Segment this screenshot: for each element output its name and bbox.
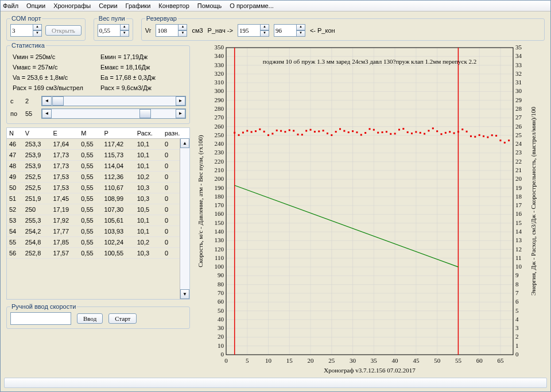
pend-spinner[interactable]: ▲▼ bbox=[274, 24, 305, 37]
spin-down-icon[interactable]: ▼ bbox=[260, 30, 269, 37]
svg-rect-154 bbox=[293, 130, 294, 131]
manual-speed-input[interactable] bbox=[10, 312, 71, 325]
svg-text:270: 270 bbox=[215, 114, 224, 121]
table-cell: 252,8 bbox=[23, 248, 51, 259]
vr-unit: см3 bbox=[192, 27, 203, 34]
svg-rect-165 bbox=[339, 128, 341, 130]
svg-text:25: 25 bbox=[328, 357, 335, 364]
table-cell: 117,42 bbox=[102, 139, 135, 150]
vr-input[interactable] bbox=[156, 24, 179, 37]
table-cell: 17,57 bbox=[51, 248, 79, 259]
column-header[interactable]: N bbox=[7, 128, 23, 139]
svg-rect-144 bbox=[251, 131, 253, 133]
svg-text:35: 35 bbox=[515, 44, 522, 51]
svg-text:20: 20 bbox=[515, 175, 522, 182]
spin-down-icon[interactable]: ▼ bbox=[296, 30, 305, 37]
table-row[interactable]: 54254,217,770,55103,9310,10 bbox=[7, 226, 189, 237]
scroll-thumb[interactable] bbox=[52, 96, 64, 106]
com-port-input[interactable] bbox=[10, 24, 33, 37]
spin-up-icon[interactable]: ▲ bbox=[296, 24, 305, 30]
scroll-right-icon[interactable]: ► bbox=[176, 96, 185, 106]
spin-up-icon[interactable]: ▲ bbox=[178, 24, 187, 30]
table-row[interactable]: 47253,917,730,55115,7310,10 bbox=[7, 150, 189, 161]
scroll-left-icon[interactable]: ◄ bbox=[42, 109, 52, 118]
table-cell: 252,5 bbox=[23, 183, 51, 193]
svg-text:29: 29 bbox=[515, 96, 522, 103]
menu-item[interactable]: Графики bbox=[126, 2, 151, 9]
svg-rect-167 bbox=[348, 131, 350, 133]
svg-text:6: 6 bbox=[515, 298, 519, 305]
spin-up-icon[interactable]: ▲ bbox=[120, 24, 129, 30]
scroll-thumb[interactable] bbox=[139, 109, 151, 118]
svg-rect-155 bbox=[297, 134, 299, 135]
start-button[interactable]: Старт bbox=[108, 313, 137, 324]
menu-item[interactable]: Помощь bbox=[197, 2, 222, 9]
pstart-label: Р_нач -> bbox=[208, 27, 233, 34]
open-port-button[interactable]: Открыть bbox=[45, 25, 82, 36]
column-header[interactable]: P bbox=[102, 128, 135, 139]
table-vscrollbar[interactable]: ▲ ▼ bbox=[180, 138, 189, 299]
table-cell: 10,3 bbox=[135, 183, 162, 193]
svg-rect-178 bbox=[394, 133, 396, 134]
column-header[interactable]: M bbox=[79, 128, 102, 139]
scroll-right-icon[interactable]: ► bbox=[176, 109, 185, 118]
spin-up-icon[interactable]: ▲ bbox=[33, 24, 42, 30]
table-cell: 10,1 bbox=[135, 150, 162, 161]
pstart-spinner[interactable]: ▲▼ bbox=[238, 24, 269, 37]
table-cell: 0,55 bbox=[79, 226, 102, 237]
table-row[interactable]: 48253,917,730,55114,0410,10 bbox=[7, 161, 189, 172]
com-port-spinner[interactable]: ▲▼ bbox=[10, 24, 42, 37]
spin-down-icon[interactable]: ▼ bbox=[120, 30, 129, 37]
table-cell: 17,53 bbox=[51, 183, 79, 193]
from-scrollbar[interactable]: ◄ ► bbox=[41, 96, 186, 106]
menu-item[interactable]: Хронографы bbox=[53, 2, 91, 9]
weight-spinner[interactable]: ▲▼ bbox=[98, 24, 129, 37]
table-cell: 54 bbox=[7, 226, 23, 237]
table-row[interactable]: 49252,517,530,55112,3610,20 bbox=[7, 172, 189, 183]
table-cell: 10,2 bbox=[135, 237, 162, 248]
spin-down-icon[interactable]: ▼ bbox=[178, 30, 187, 37]
scroll-up-icon[interactable]: ▲ bbox=[180, 138, 189, 148]
spin-up-icon[interactable]: ▲ bbox=[260, 24, 269, 30]
weight-input[interactable] bbox=[98, 24, 121, 37]
enter-button[interactable]: Ввод bbox=[77, 313, 103, 324]
menu-item[interactable]: Файл bbox=[3, 2, 18, 9]
table-row[interactable]: 51251,917,450,55108,9910,30 bbox=[7, 193, 189, 204]
svg-rect-136 bbox=[226, 48, 513, 355]
pstart-input[interactable] bbox=[238, 24, 261, 37]
svg-text:320: 320 bbox=[215, 70, 224, 77]
table-row[interactable]: 53255,317,920,55105,6110,10 bbox=[7, 215, 189, 226]
table-cell: 17,53 bbox=[51, 172, 79, 183]
menu-item[interactable]: Опции bbox=[26, 2, 45, 9]
svg-text:9: 9 bbox=[515, 271, 519, 278]
table-row[interactable]: 46253,317,640,55117,4210,10 bbox=[7, 139, 189, 150]
svg-text:7: 7 bbox=[515, 289, 519, 296]
table-cell: 10,3 bbox=[135, 248, 162, 259]
column-header[interactable]: разн. bbox=[162, 128, 189, 139]
svg-text:0: 0 bbox=[515, 351, 519, 358]
menu-item[interactable]: Серии bbox=[99, 2, 117, 9]
column-header[interactable]: V bbox=[23, 128, 51, 139]
svg-text:24: 24 bbox=[515, 140, 522, 147]
spin-down-icon[interactable]: ▼ bbox=[33, 30, 42, 37]
column-header[interactable]: Расх. bbox=[135, 128, 162, 139]
table-row[interactable]: 56252,817,570,55100,5510,30 bbox=[7, 248, 189, 259]
svg-rect-160 bbox=[318, 130, 320, 132]
svg-text:34: 34 bbox=[515, 52, 522, 59]
table-row[interactable]: 50252,517,530,55110,6710,30 bbox=[7, 183, 189, 193]
vr-spinner[interactable]: ▲▼ bbox=[156, 24, 187, 37]
column-header[interactable]: E bbox=[51, 128, 79, 139]
table-cell: 17,45 bbox=[51, 193, 79, 204]
table-row[interactable]: 5225017,190,55107,3010,50 bbox=[7, 204, 189, 215]
scroll-left-icon[interactable]: ◄ bbox=[42, 96, 52, 106]
pend-input[interactable] bbox=[274, 24, 297, 37]
table-cell: 17,85 bbox=[51, 237, 79, 248]
menu-item[interactable]: О программе... bbox=[230, 2, 273, 9]
svg-text:50: 50 bbox=[434, 357, 441, 364]
table-row[interactable]: 55254,817,850,55102,2410,20 bbox=[7, 237, 189, 248]
scroll-down-icon[interactable]: ▼ bbox=[180, 289, 189, 299]
menu-item[interactable]: Конвертор bbox=[158, 2, 189, 9]
table-cell: 51 bbox=[7, 193, 23, 204]
to-scrollbar[interactable]: ◄ ► bbox=[41, 108, 186, 119]
table-cell: 0,55 bbox=[79, 161, 102, 172]
